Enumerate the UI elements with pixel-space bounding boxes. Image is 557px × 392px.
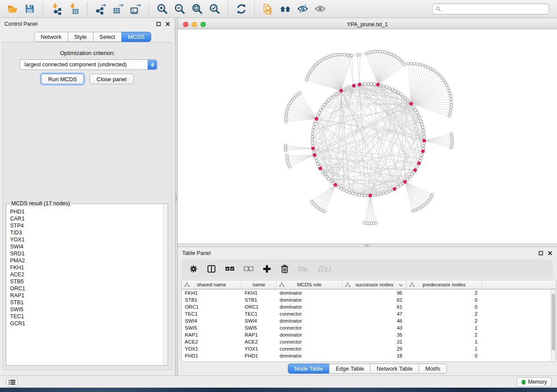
table-row[interactable]: SWI5SWI5connector431 — [182, 324, 551, 331]
table-row[interactable]: TEC1TEC1connector472 — [182, 310, 551, 317]
vertical-splitter[interactable] — [175, 18, 178, 375]
cell-name[interactable]: RAP1 — [242, 331, 277, 338]
save-session-button[interactable] — [22, 1, 38, 16]
show-hidden-button[interactable] — [312, 1, 328, 16]
horizontal-splitter[interactable] — [178, 244, 557, 247]
cell-name[interactable]: ORC1 — [242, 303, 277, 310]
float-panel-button[interactable] — [156, 21, 161, 27]
cell-successor-nodes[interactable]: 62 — [343, 296, 407, 303]
cell-successor-nodes[interactable]: 47 — [343, 310, 407, 317]
hide-selected-button[interactable] — [295, 1, 311, 16]
mcds-result-item[interactable]: ACE2 — [10, 271, 167, 278]
cell-successor-nodes[interactable]: 96 — [343, 289, 407, 296]
zoom-selected-button[interactable] — [207, 1, 222, 16]
mcds-result-item[interactable]: TID3 — [10, 229, 167, 236]
criterion-select[interactable]: largest connected component (undirected) — [20, 59, 157, 70]
cell-mcds-role[interactable]: connector — [277, 345, 343, 352]
cell-successor-nodes[interactable]: 29 — [343, 345, 407, 352]
cell-predecessor-nodes[interactable]: 2 — [407, 310, 482, 317]
mcds-result-item[interactable]: SWI4 — [10, 243, 167, 250]
cell-shared-name[interactable]: FKH1 — [182, 289, 242, 296]
export-image-button[interactable] — [128, 1, 143, 16]
table-row[interactable]: STB1STB1dominator620 — [182, 296, 551, 303]
add-column-button[interactable] — [263, 263, 271, 275]
cell-successor-nodes[interactable]: 46 — [343, 317, 407, 324]
column-header-shared-name[interactable]: shared name — [182, 280, 242, 289]
cell-predecessor-nodes[interactable]: 0 — [407, 352, 482, 359]
cell-shared-name[interactable]: SWI5 — [182, 324, 242, 331]
mcds-result-item[interactable]: SWI5 — [10, 306, 167, 313]
cell-shared-name[interactable]: YOX1 — [182, 345, 242, 352]
cell-mcds-role[interactable]: dominator — [277, 296, 343, 303]
mcds-result-item[interactable]: ORC1 — [10, 285, 167, 292]
mcds-result-item[interactable]: SRD1 — [10, 250, 167, 257]
import-table-button[interactable] — [66, 1, 82, 16]
mcds-result-item[interactable]: STB1 — [10, 299, 167, 306]
cell-mcds-role[interactable]: dominator — [277, 352, 343, 359]
cell-shared-name[interactable]: ORC1 — [182, 303, 242, 310]
mcds-result-item[interactable]: FKH1 — [10, 264, 167, 271]
show-columns-button[interactable] — [207, 263, 216, 275]
cell-shared-name[interactable]: ACE2 — [182, 338, 242, 345]
zoom-out-button[interactable] — [172, 1, 187, 16]
table-row[interactable]: FKH1FKH1dominator962 — [182, 289, 551, 296]
search-input[interactable] — [443, 5, 546, 12]
close-panel-button[interactable] — [165, 21, 170, 27]
export-table-button[interactable] — [110, 1, 126, 16]
mcds-result-item[interactable]: YOX1 — [10, 236, 167, 243]
cell-shared-name[interactable]: RAP1 — [182, 331, 242, 338]
delete-table-button[interactable] — [298, 263, 308, 275]
mcds-result-item[interactable]: GCR1 — [10, 320, 167, 327]
cell-predecessor-nodes[interactable]: 1 — [407, 345, 482, 352]
tab-style[interactable]: Style — [68, 32, 93, 42]
mcds-result-item[interactable]: STP4 — [10, 222, 167, 229]
network-canvas[interactable] — [178, 29, 557, 244]
function-builder-button[interactable]: f(x) — [318, 263, 330, 275]
table-row[interactable]: PHD1PHD1dominator180 — [182, 352, 551, 359]
cell-mcds-role[interactable]: dominator — [277, 289, 343, 296]
export-network-button[interactable] — [93, 1, 108, 16]
zoom-fit-button[interactable] — [189, 1, 205, 16]
cell-shared-name[interactable]: TEC1 — [182, 310, 242, 317]
cell-predecessor-nodes[interactable]: 1 — [407, 324, 482, 331]
mcds-list-scrollbar[interactable] — [163, 204, 167, 365]
cell-name[interactable]: ACE2 — [242, 338, 277, 345]
cell-predecessor-nodes[interactable]: 2 — [407, 289, 482, 296]
column-header-MCDS-role[interactable]: MCDS role — [277, 280, 343, 289]
cell-name[interactable]: STB1 — [242, 296, 277, 303]
cell-mcds-role[interactable]: connector — [277, 310, 343, 317]
cell-name[interactable]: TEC1 — [242, 310, 277, 317]
mcds-result-item[interactable]: TEC1 — [10, 313, 167, 320]
delete-columns-button[interactable] — [280, 263, 289, 275]
cell-name[interactable]: PHD1 — [242, 352, 277, 359]
deselect-all-button[interactable] — [244, 263, 253, 275]
cell-mcds-role[interactable]: dominator — [277, 331, 343, 338]
table-options-button[interactable] — [189, 263, 198, 275]
cell-predecessor-nodes[interactable]: 2 — [407, 331, 482, 338]
refresh-button[interactable] — [233, 1, 249, 16]
cell-mcds-role[interactable]: connector — [277, 338, 343, 345]
zoom-in-button[interactable] — [154, 1, 170, 16]
memory-button[interactable]: Memory — [517, 377, 552, 387]
tab-mcds[interactable]: MCDS — [121, 32, 151, 42]
cell-name[interactable]: YOX1 — [242, 345, 277, 352]
task-history-button[interactable] — [6, 378, 18, 387]
tab-network[interactable]: Network — [34, 32, 68, 42]
cell-successor-nodes[interactable]: 18 — [343, 352, 407, 359]
cell-shared-name[interactable]: PHD1 — [182, 352, 242, 359]
tab-edge-table[interactable]: Edge Table — [329, 364, 370, 374]
mcds-result-item[interactable]: STB5 — [10, 278, 167, 285]
cell-predecessor-nodes[interactable]: 0 — [407, 296, 482, 303]
run-mcds-button[interactable]: Run MCDS — [41, 74, 84, 84]
cell-mcds-role[interactable]: dominator — [277, 317, 343, 324]
tab-node-table[interactable]: Node Table — [288, 364, 330, 374]
cell-predecessor-nodes[interactable]: 1 — [407, 338, 482, 345]
cell-name[interactable]: SWI5 — [242, 324, 277, 331]
tab-select[interactable]: Select — [93, 32, 122, 42]
cell-name[interactable]: SWI4 — [242, 317, 277, 324]
table-row[interactable]: YOX1YOX1connector291 — [182, 345, 551, 352]
open-file-button[interactable] — [4, 1, 20, 16]
cell-predecessor-nodes[interactable]: 0 — [407, 303, 482, 310]
cell-successor-nodes[interactable]: 35 — [343, 331, 407, 338]
import-network-button[interactable] — [48, 1, 64, 16]
